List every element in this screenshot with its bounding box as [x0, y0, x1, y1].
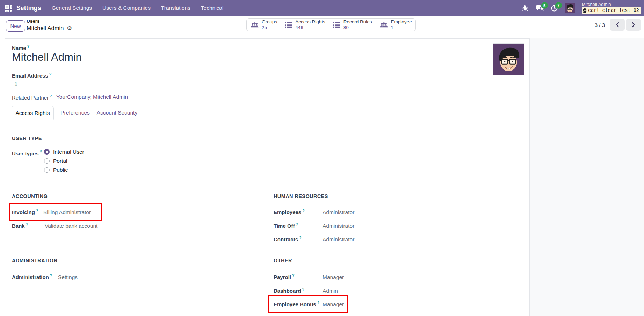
section-header-human-resources: HUMAN RESOURCES — [274, 193, 524, 202]
users-icon — [251, 22, 259, 28]
invoicing-label: Invoicing? — [12, 208, 38, 215]
systray: 5 7 Mitchell Admin cart_clear_test_02 — [522, 2, 641, 14]
related-partner-link[interactable]: YourCompany, Mitchell Admin — [56, 94, 128, 100]
right-gutter — [530, 38, 644, 316]
name-field-label: Name? — [12, 44, 30, 51]
chevron-right-icon — [632, 22, 635, 28]
list-icon — [333, 22, 340, 28]
pager-next-button[interactable] — [626, 19, 641, 31]
radio-button-selected[interactable] — [44, 149, 50, 155]
user-menu[interactable]: Mitchell Admin cart_clear_test_02 — [582, 2, 641, 14]
profile-image[interactable] — [493, 43, 524, 75]
user-name: Mitchell Admin — [582, 2, 641, 7]
menu-translations[interactable]: Translations — [161, 5, 190, 11]
time-off-value[interactable]: Administrator — [323, 223, 354, 229]
help-icon[interactable]: ? — [50, 273, 52, 278]
stat-button-employee[interactable]: Employee 1 — [376, 19, 415, 31]
new-button[interactable]: New — [6, 20, 25, 32]
database-icon — [583, 8, 587, 13]
employees-label: Employees? — [274, 208, 305, 215]
messages-icon[interactable]: 5 — [535, 5, 544, 12]
help-icon[interactable]: ? — [27, 44, 30, 49]
pager-previous-button[interactable] — [610, 19, 625, 31]
tab-preferences[interactable]: Preferences — [56, 106, 94, 119]
menu-technical[interactable]: Technical — [201, 5, 224, 11]
email-field-label: Email Address? — [12, 72, 51, 79]
employee-bonus-label: Employee Bonus? — [274, 301, 319, 307]
employees-value[interactable]: Administrator — [323, 209, 354, 215]
help-icon[interactable]: ? — [317, 301, 320, 305]
messages-badge: 5 — [541, 2, 548, 9]
dashboard-label: Dashboard? — [274, 287, 304, 294]
help-icon[interactable]: ? — [302, 208, 305, 213]
user-types-label: User types? — [12, 150, 42, 156]
breadcrumb: Users Mitchell Admin ⚙ — [27, 19, 72, 31]
pager: 3 / 3 — [595, 18, 641, 31]
radio-portal[interactable]: Portal — [44, 158, 67, 164]
help-icon[interactable]: ? — [26, 222, 28, 226]
dashboard-value[interactable]: Admin — [323, 288, 338, 294]
stat-button-record-rules[interactable]: Record Rules 80 — [329, 19, 376, 31]
radio-button[interactable] — [44, 158, 50, 164]
control-panel: New Users Mitchell Admin ⚙ Groups 25 Acc… — [0, 16, 644, 38]
stat-button-group: Groups 25 Access Rights 446 Record Rules… — [246, 18, 416, 31]
payroll-value[interactable]: Manager — [323, 274, 344, 280]
stat-button-access-rights[interactable]: Access Rights 446 — [281, 19, 329, 31]
administration-value[interactable]: Settings — [58, 274, 78, 280]
radio-public[interactable]: Public — [44, 167, 68, 173]
activities-badge: 7 — [555, 2, 562, 9]
database-badge: cart_clear_test_02 — [582, 7, 641, 14]
tab-account-security[interactable]: Account Security — [94, 106, 140, 119]
related-partner-label: Related Partner? — [12, 94, 52, 101]
tab-access-rights[interactable]: Access Rights — [12, 106, 54, 120]
help-icon[interactable]: ? — [292, 273, 295, 278]
payroll-label: Payroll? — [274, 273, 295, 280]
help-icon[interactable]: ? — [49, 72, 52, 76]
pager-counter: 3 / 3 — [595, 22, 605, 28]
bank-label: Bank? — [12, 222, 28, 229]
chevron-left-icon — [616, 22, 619, 28]
radio-internal-user[interactable]: Internal User — [44, 149, 84, 155]
section-header-accounting: ACCOUNTING — [12, 193, 261, 202]
debug-bug-icon[interactable] — [522, 5, 529, 12]
time-off-label: Time Off? — [274, 222, 298, 229]
top-navbar: Settings General Settings Users & Compan… — [0, 0, 644, 16]
help-icon[interactable]: ? — [299, 236, 302, 240]
breadcrumb-users-link[interactable]: Users — [27, 19, 72, 24]
stat-button-groups[interactable]: Groups 25 — [247, 19, 281, 31]
menu-users-companies[interactable]: Users & Companies — [102, 5, 151, 11]
bank-value[interactable]: Validate bank account — [45, 223, 97, 229]
nav-menu: General Settings Users & Companies Trans… — [52, 5, 224, 11]
action-menu-gear-icon[interactable]: ⚙ — [67, 25, 72, 31]
section-header-user-type: USER TYPE — [12, 135, 261, 144]
contracts-label: Contracts? — [274, 236, 302, 242]
user-name-title[interactable]: Mitchell Admin — [12, 51, 82, 64]
help-icon[interactable]: ? — [50, 94, 52, 98]
radio-button[interactable] — [44, 167, 50, 173]
database-name: cart_clear_test_02 — [588, 8, 639, 13]
user-avatar[interactable] — [565, 3, 575, 13]
help-icon[interactable]: ? — [296, 222, 298, 226]
users-icon — [380, 22, 388, 28]
help-icon[interactable]: ? — [40, 150, 42, 154]
section-header-other: OTHER — [274, 258, 524, 266]
apps-grid-icon[interactable] — [5, 5, 12, 12]
breadcrumb-current: Mitchell Admin — [27, 25, 64, 31]
menu-general-settings[interactable]: General Settings — [52, 5, 92, 11]
contracts-value[interactable]: Administrator — [323, 236, 354, 243]
help-icon[interactable]: ? — [36, 208, 38, 213]
app-name[interactable]: Settings — [16, 5, 41, 12]
section-header-administration: ADMINISTRATION — [12, 258, 261, 266]
employee-bonus-value[interactable]: Manager — [323, 301, 344, 308]
user-form-sheet: Name? Mitchell Admin Email Address? 1 Re… — [5, 38, 530, 316]
list-icon — [285, 22, 292, 28]
activities-clock-icon[interactable]: 7 — [551, 5, 558, 12]
administration-label: Administration? — [12, 273, 52, 280]
help-icon[interactable]: ? — [302, 287, 304, 291]
invoicing-value[interactable]: Billing Administrator — [43, 209, 91, 215]
email-field-value[interactable]: 1 — [14, 81, 17, 88]
